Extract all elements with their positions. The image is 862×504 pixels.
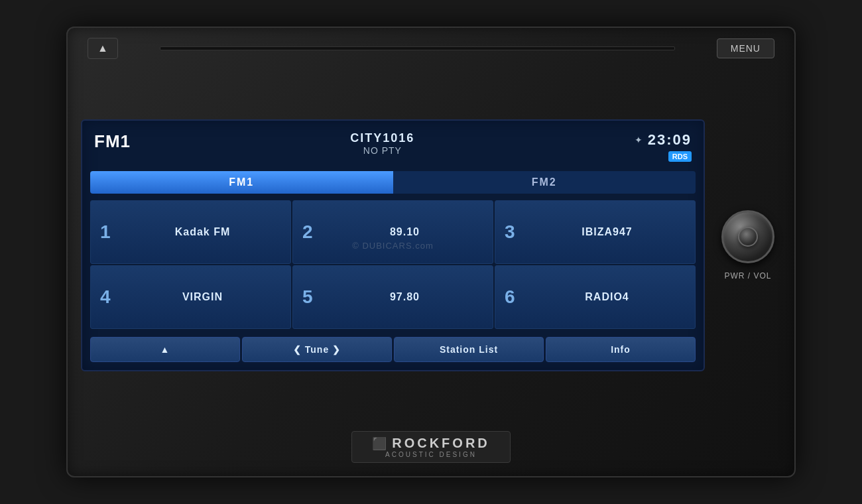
knob-section: PWR / VOL xyxy=(715,210,781,281)
cd-slot xyxy=(160,46,675,50)
top-controls: ▲ MENU xyxy=(81,38,781,59)
car-unit: ▲ MENU FM1 CITY1016 NO PTY ✦ 23:09 RDS xyxy=(66,27,796,477)
station-info-6: RADIO4 xyxy=(528,291,686,303)
station-info-3: IBIZA947 xyxy=(528,226,686,238)
tab-bar: FM1 FM2 xyxy=(90,171,696,194)
station-number-6: 6 xyxy=(505,286,521,308)
station-info-5: 97.80 xyxy=(326,291,483,303)
tab-fm1[interactable]: FM1 xyxy=(90,171,393,194)
station-info-1: Kadak FM xyxy=(124,226,281,238)
eject-button[interactable]: ▲ xyxy=(88,38,118,59)
knob-inner xyxy=(738,227,758,247)
brand-logo-icon: ⬛ xyxy=(372,436,387,451)
brand-sub: ACOUSTIC DESIGN xyxy=(385,451,477,458)
station-name-3: IBIZA947 xyxy=(582,226,632,238)
station-cell-3[interactable]: 3 IBIZA947 xyxy=(495,200,696,264)
station-cell-1[interactable]: 1 Kadak FM xyxy=(90,200,291,264)
brand-inline: ⬛ ROCKFORD xyxy=(372,436,490,451)
up-button[interactable]: ▲ xyxy=(90,337,240,362)
station-cell-6[interactable]: 6 RADIO4 xyxy=(495,265,696,329)
rds-badge: RDS xyxy=(668,151,692,162)
bluetooth-icon: ✦ xyxy=(635,135,643,145)
main-row: FM1 CITY1016 NO PTY ✦ 23:09 RDS FM1 FM2 xyxy=(81,119,781,371)
screen: FM1 CITY1016 NO PTY ✦ 23:09 RDS FM1 FM2 xyxy=(81,119,705,371)
station-number-3: 3 xyxy=(505,221,521,243)
station-number-2: 2 xyxy=(302,221,318,243)
station-info-2: 89.10 xyxy=(326,226,483,238)
tune-button[interactable]: ❮ Tune ❯ xyxy=(242,337,392,362)
station-name-1: Kadak FM xyxy=(175,226,231,238)
station-name-2: 89.10 xyxy=(390,226,420,238)
brand-bar: ⬛ ROCKFORD ACOUSTIC DESIGN xyxy=(351,431,511,463)
station-name-block: CITY1016 NO PTY xyxy=(350,131,414,156)
station-pty: NO PTY xyxy=(363,145,402,156)
station-list-button[interactable]: Station List xyxy=(394,337,544,362)
time-display: 23:09 xyxy=(648,131,692,149)
station-number-1: 1 xyxy=(100,221,116,243)
pwr-vol-knob[interactable] xyxy=(721,210,774,263)
station-name: CITY1016 xyxy=(350,131,414,145)
station-grid: 1 Kadak FM 2 89.10 3 IBIZA947 xyxy=(90,200,696,329)
fm-label: FM1 xyxy=(94,131,131,152)
pwr-vol-label: PWR / VOL xyxy=(724,271,771,281)
info-button[interactable]: Info xyxy=(546,337,696,362)
screen-header: FM1 CITY1016 NO PTY ✦ 23:09 RDS xyxy=(90,129,696,164)
station-cell-2[interactable]: 2 89.10 xyxy=(292,200,493,264)
station-cell-4[interactable]: 4 VIRGIN xyxy=(90,265,291,329)
tab-fm2[interactable]: FM2 xyxy=(393,171,696,194)
bottom-buttons: ▲ ❮ Tune ❯ Station List Info xyxy=(90,337,696,362)
station-number-4: 4 xyxy=(100,286,116,308)
station-name-4: VIRGIN xyxy=(182,291,223,303)
header-right: ✦ 23:09 RDS xyxy=(635,131,692,162)
brand-section: ⬛ ROCKFORD ACOUSTIC DESIGN xyxy=(351,431,511,463)
station-name-5: 97.80 xyxy=(390,291,420,303)
station-cell-5[interactable]: 5 97.80 xyxy=(292,265,493,329)
brand-name: ROCKFORD xyxy=(392,436,490,451)
station-name-6: RADIO4 xyxy=(585,291,629,303)
menu-button[interactable]: MENU xyxy=(717,38,774,58)
station-number-5: 5 xyxy=(302,286,318,308)
station-info-4: VIRGIN xyxy=(124,291,281,303)
